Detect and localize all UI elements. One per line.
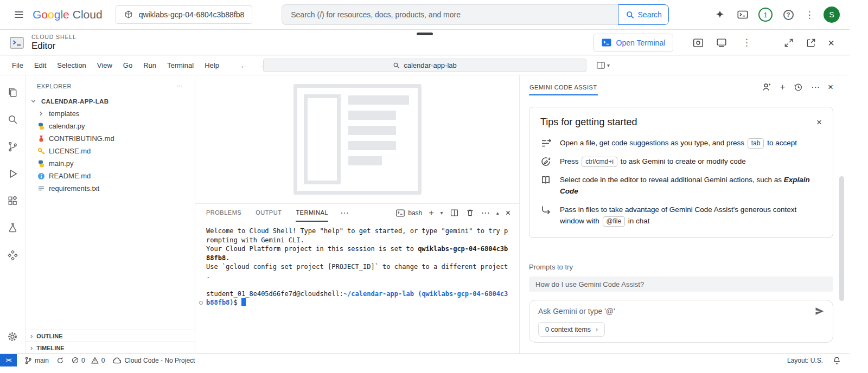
notifications-bell-icon[interactable] bbox=[833, 356, 841, 365]
python-icon bbox=[37, 123, 45, 130]
layout-status[interactable]: Layout: U.S. bbox=[787, 357, 823, 364]
main-area: EXPLORER ⋯ CALENDAR-APP-LABtemplatescale… bbox=[0, 75, 850, 353]
shell-selector[interactable]: bash bbox=[396, 209, 422, 217]
gemini-input[interactable] bbox=[538, 307, 809, 316]
split-terminal-icon[interactable] bbox=[450, 208, 459, 217]
terminal-icon bbox=[396, 209, 405, 217]
menu-terminal[interactable]: Terminal bbox=[162, 56, 199, 75]
extensions-icon[interactable] bbox=[0, 187, 25, 214]
shell-more-icon[interactable]: ⋮ bbox=[739, 37, 754, 48]
tabs-more-icon[interactable]: ⋯ bbox=[340, 208, 349, 218]
project-selector[interactable]: qwiklabs-gcp-04-6804c3b88fb8 bbox=[116, 5, 253, 24]
close-shell-icon[interactable]: × bbox=[828, 37, 834, 48]
text-file-icon bbox=[37, 185, 45, 192]
menu-view[interactable]: View bbox=[92, 56, 118, 75]
open-terminal-button[interactable]: Open Terminal bbox=[593, 34, 674, 52]
cloud-shell-overline: CLOUD SHELL bbox=[31, 34, 76, 40]
history-icon[interactable] bbox=[793, 82, 803, 92]
tab-terminal[interactable]: TERMINAL bbox=[296, 204, 328, 222]
tree-item-readme-md[interactable]: README.md bbox=[25, 170, 195, 182]
terminal-line bbox=[206, 280, 516, 290]
layout-icon[interactable]: ▾ bbox=[596, 60, 610, 70]
settings-gear-icon[interactable] bbox=[0, 323, 25, 350]
close-gemini-icon[interactable]: × bbox=[828, 82, 833, 92]
chevron-right-icon bbox=[37, 111, 45, 117]
menu-file[interactable]: File bbox=[7, 56, 29, 75]
tip-item: Select code in the editor to reveal addi… bbox=[540, 174, 822, 197]
tree-item-license-md[interactable]: LICENSE.md bbox=[25, 145, 195, 157]
cloud-shell-icon[interactable] bbox=[733, 5, 752, 24]
explorer-more-icon[interactable]: ⋯ bbox=[177, 82, 183, 89]
tree-item-calendar-app-lab[interactable]: CALENDAR-APP-LAB bbox=[25, 95, 195, 107]
web-preview-icon[interactable] bbox=[692, 37, 704, 49]
problems-button[interactable]: 0 0 bbox=[72, 357, 105, 364]
menu-run[interactable]: Run bbox=[138, 56, 162, 75]
explorer-icon[interactable] bbox=[0, 79, 25, 106]
terminal-more-icon[interactable]: ⋯ bbox=[481, 208, 490, 218]
run-debug-icon[interactable] bbox=[0, 160, 25, 187]
tree-item-calendar-py[interactable]: calendar.py bbox=[25, 120, 195, 132]
cloud-code-status-button[interactable]: Cloud Code - No Project bbox=[112, 357, 195, 364]
outline-section[interactable]: › OUTLINE bbox=[25, 330, 195, 342]
terminal-dropdown-icon[interactable]: ▾ bbox=[441, 210, 443, 216]
terminal-output[interactable]: Welcome to Cloud Shell! Type "help" to g… bbox=[195, 222, 519, 353]
collapse-icon[interactable] bbox=[783, 37, 794, 48]
search-input[interactable] bbox=[282, 4, 618, 25]
close-panel-icon[interactable]: × bbox=[506, 209, 510, 217]
gemini-sparkle-icon[interactable] bbox=[711, 5, 729, 24]
scrollbar-thumb[interactable] bbox=[839, 176, 844, 301]
editor-area: PROBLEMSOUTPUTTERMINAL ⋯ bash + ▾ bbox=[195, 75, 520, 353]
timeline-section[interactable]: › TIMELINE bbox=[25, 342, 195, 353]
more-options-icon[interactable]: ⋮ bbox=[802, 9, 817, 21]
menu-help[interactable]: Help bbox=[199, 56, 225, 75]
menu-edit[interactable]: Edit bbox=[29, 56, 52, 75]
gcp-topbar: Google Cloud qwiklabs-gcp-04-6804c3b88fb… bbox=[0, 0, 850, 30]
active-sessions-badge[interactable]: 1 bbox=[758, 8, 773, 22]
chevron-down-icon bbox=[29, 98, 37, 104]
tree-item-templates[interactable]: templates bbox=[25, 107, 195, 120]
search-button[interactable]: Search bbox=[618, 4, 669, 25]
command-search[interactable]: calendar-app-lab bbox=[263, 59, 586, 72]
dismiss-tips-icon[interactable]: × bbox=[816, 118, 822, 127]
source-control-icon[interactable] bbox=[0, 133, 25, 160]
resize-handle[interactable] bbox=[417, 33, 433, 35]
hamburger-menu-icon[interactable] bbox=[10, 5, 28, 24]
git-branch-button[interactable]: main bbox=[24, 357, 49, 364]
new-chat-icon[interactable]: + bbox=[780, 82, 785, 92]
remote-indicator[interactable]: >< bbox=[0, 354, 17, 366]
search-icon[interactable] bbox=[0, 106, 25, 133]
open-in-new-icon[interactable] bbox=[806, 37, 816, 48]
prompt-suggestion[interactable]: How do I use Gemini Code Assist? bbox=[529, 276, 833, 292]
agent-icon[interactable] bbox=[762, 82, 772, 92]
readme-icon bbox=[37, 172, 45, 180]
tab-output[interactable]: OUTPUT bbox=[256, 204, 282, 222]
cloud-code-icon[interactable] bbox=[0, 241, 25, 268]
test-flask-icon[interactable] bbox=[0, 214, 25, 241]
new-terminal-icon[interactable]: + bbox=[429, 208, 433, 218]
shell-actions: Open Terminal ⋮ × bbox=[593, 34, 834, 52]
sync-icon[interactable] bbox=[56, 357, 64, 364]
panel-toggle-icon[interactable] bbox=[716, 37, 727, 49]
cloud-icon bbox=[112, 357, 122, 364]
send-icon[interactable] bbox=[814, 306, 825, 317]
activity-bar bbox=[0, 75, 25, 353]
kill-terminal-icon[interactable] bbox=[465, 208, 475, 217]
terminal-line: 88fb8. bbox=[206, 254, 516, 263]
maximize-panel-icon[interactable]: ▴ bbox=[496, 210, 499, 216]
menu-go[interactable]: Go bbox=[118, 56, 138, 75]
avatar[interactable]: S bbox=[824, 7, 840, 23]
contributing-icon bbox=[37, 135, 45, 143]
gemini-more-icon[interactable]: ⋯ bbox=[811, 82, 820, 92]
error-icon bbox=[72, 357, 79, 364]
context-items-button[interactable]: 0 context items › bbox=[538, 322, 605, 337]
explorer-tree: CALENDAR-APP-LABtemplatescalendar.pyCONT… bbox=[25, 95, 195, 195]
help-icon[interactable]: ? bbox=[779, 5, 797, 24]
prompts-label: Prompts to try bbox=[529, 263, 833, 271]
tab-problems[interactable]: PROBLEMS bbox=[206, 204, 241, 222]
menu-selection[interactable]: Selection bbox=[52, 56, 91, 75]
tree-item-main-py[interactable]: main.py bbox=[25, 157, 195, 170]
gemini-tab[interactable]: GEMINI CODE ASSIST bbox=[529, 84, 598, 95]
tree-item-requirements-txt[interactable]: requirements.txt bbox=[25, 182, 195, 195]
nav-back-icon[interactable]: ← bbox=[240, 61, 248, 70]
tree-item-contributing-md[interactable]: CONTRIBUTING.md bbox=[25, 132, 195, 145]
